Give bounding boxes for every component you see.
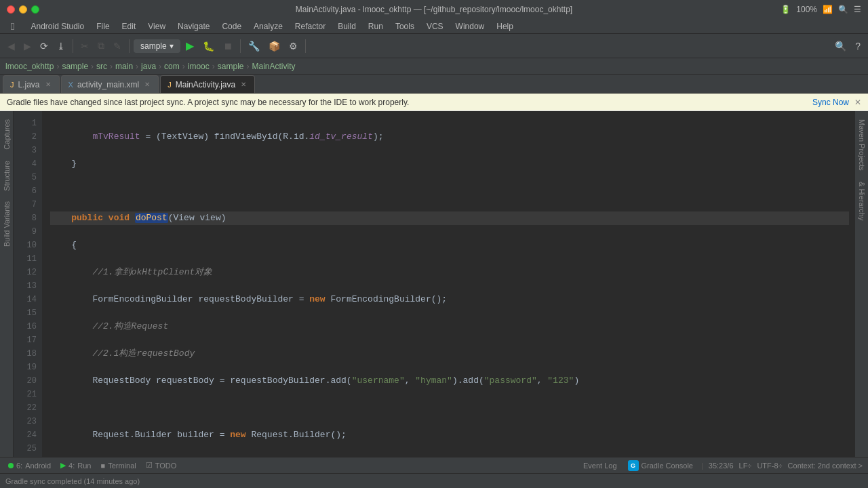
menu-window[interactable]: Window [450,20,490,33]
code-line-9: //2.1构造requestBody [50,347,849,361]
main-area: Captures Structure Build Variants 1 2 3 … [0,111,868,457]
code-line-4: public void doPost(View view) [50,211,849,225]
sidebar-captures[interactable]: Captures [1,114,13,155]
menu-vcs[interactable]: VCS [421,20,449,33]
sidebar-maven-projects[interactable]: Maven Projects [856,114,868,176]
run-btn[interactable]: ▶ [182,37,197,54]
tab-ljava-icon: J [10,81,14,89]
tab-mainactivity-close[interactable]: ✕ [239,80,248,89]
search-icon[interactable]: 🔍 [838,5,848,14]
run-config-label: sample [140,41,167,51]
cursor-position: 35:23/6 [709,462,734,470]
sidebar-hierarchy[interactable]: & Hierarchy [856,176,868,226]
event-log-label: Event Log [583,462,617,470]
menu-code[interactable]: Code [216,20,247,33]
battery-percent: 100% [796,5,817,14]
toolbar-sync-btn[interactable]: ⟳ [37,39,52,54]
menu-android-studio[interactable]: Android Studio [25,20,90,33]
code-container[interactable]: 1 2 3 4 5 6 7 8 9 10 11 12 13 14 15 16 1… [14,111,854,457]
help-btn[interactable]: ? [852,39,864,54]
settings-btn[interactable]: ⚙ [285,39,301,54]
tab-mainactivity[interactable]: J MainActivity.java ✕ [160,75,255,93]
stop-btn[interactable]: ⏹ [220,39,236,54]
context-label: Context: 2nd context > [788,462,863,470]
event-log-btn[interactable]: Event Log [580,462,620,470]
breadcrumb-com[interactable]: com [164,62,180,71]
toolbar-back-btn[interactable]: ◀ [4,39,18,54]
wifi-icon: 📶 [823,5,833,14]
sdk-btn[interactable]: 📦 [265,39,283,54]
apple-menu[interactable]:  [5,19,20,33]
toolbar-forward-btn[interactable]: ▶ [20,39,35,54]
code-line-12: Request.Builder builder = new Request.Bu… [50,428,849,442]
breadcrumb-sample[interactable]: sample [62,62,88,71]
toolbar-paste-btn[interactable]: ✎ [110,39,125,54]
gradle-console-btn[interactable]: G Gradle Console [625,460,696,471]
status-bar: 6: Android ▶ 4: Run ■ Terminal ☑ TODO Ev… [0,457,868,473]
tab-activity-label: activity_main.xml [77,80,139,89]
status-sep: | [701,462,703,470]
title-bar-right: 🔋 100% 📶 🔍 ☰ [781,5,861,14]
breadcrumb-main[interactable]: main [115,62,133,71]
breadcrumb-lmooc[interactable]: lmooc_okhttp [5,62,54,71]
menu-run[interactable]: Run [363,20,389,33]
toolbar-sep-2 [129,39,130,53]
sync-now-link[interactable]: Sync Now [812,98,849,107]
notification-text: Gradle files have changed since last pro… [7,98,409,107]
toolbar-sep-3 [240,39,241,53]
menu-edit[interactable]: Edit [117,20,142,33]
gradle-btn[interactable]: 🔧 [245,39,263,54]
breadcrumb-mainactivity[interactable]: MainActivity [252,62,295,71]
notification-close-icon[interactable]: ✕ [854,98,861,107]
toolbar-down-btn[interactable]: ⤓ [54,39,68,54]
breadcrumb-imooc[interactable]: imooc [188,62,210,71]
code-line-11 [50,401,849,415]
maximize-button[interactable] [31,5,39,14]
gradle-sync-message: Gradle sync completed (14 minutes ago) [5,477,140,485]
minimize-button[interactable] [19,5,27,14]
sidebar-structure[interactable]: Structure [1,155,13,197]
tab-activity-icon: X [68,81,73,89]
debug-btn[interactable]: 🐛 [199,39,218,54]
menu-file[interactable]: File [91,20,115,33]
close-button[interactable] [7,5,15,14]
title-bar: MainActivity.java - lmooc_okhttp — [~/gi… [0,0,868,19]
left-sidebar: Captures Structure Build Variants [0,111,14,457]
breadcrumb-src[interactable]: src [96,62,107,71]
status-bar-right: Event Log G Gradle Console | 35:23/6 LF÷… [580,460,863,471]
toolbar-cut-btn[interactable]: ✂ [77,39,92,54]
menu-help[interactable]: Help [491,20,519,33]
menu-tools[interactable]: Tools [390,20,420,33]
menu-icon[interactable]: ☰ [854,5,861,14]
code-content[interactable]: mTvResult = (TextView) findViewByid(R.id… [42,111,854,457]
menu-refactor[interactable]: Refactor [290,20,331,33]
tab-activity-close[interactable]: ✕ [143,80,151,89]
breadcrumb-java[interactable]: java [141,62,156,71]
toolbar-sep-4 [305,39,306,53]
menu-build[interactable]: Build [332,20,361,33]
terminal-status[interactable]: ■ Terminal [98,462,138,470]
run-config-selector[interactable]: sample ▾ [134,39,180,53]
run-play-icon: ▶ [60,461,66,470]
menu-navigate[interactable]: Navigate [172,20,215,33]
code-line-6: //1.拿到okHttpClient对象 [50,266,849,279]
sidebar-build-variants[interactable]: Build Variants [1,196,13,252]
toolbar-copy-btn[interactable]: ⧉ [94,38,108,54]
code-line-2: } [50,157,849,171]
android-status-num: 6: [16,462,22,470]
tab-ljava-close[interactable]: ✕ [44,80,52,89]
traffic-lights[interactable] [7,5,39,14]
code-line-7: FormEncodingBuilder requestBodyBuilder =… [50,293,849,306]
run-status[interactable]: ▶ 4: Run [58,461,94,470]
tab-ljava[interactable]: J L.java ✕ [3,75,60,93]
menu-bar:  Android Studio File Edit View Navigate… [0,19,868,34]
tabs-bar: J L.java ✕ X activity_main.xml ✕ J MainA… [0,75,868,94]
editor-area[interactable]: 1 2 3 4 5 6 7 8 9 10 11 12 13 14 15 16 1… [14,111,854,457]
search-everywhere-btn[interactable]: 🔍 [831,39,850,54]
android-status[interactable]: 6: Android [5,462,54,470]
breadcrumb-sample2[interactable]: sample [218,62,244,71]
todo-status[interactable]: ☑ TODO [143,461,180,470]
tab-activity-main[interactable]: X activity_main.xml ✕ [61,75,159,93]
menu-analyze[interactable]: Analyze [248,20,288,33]
menu-view[interactable]: View [142,20,171,33]
